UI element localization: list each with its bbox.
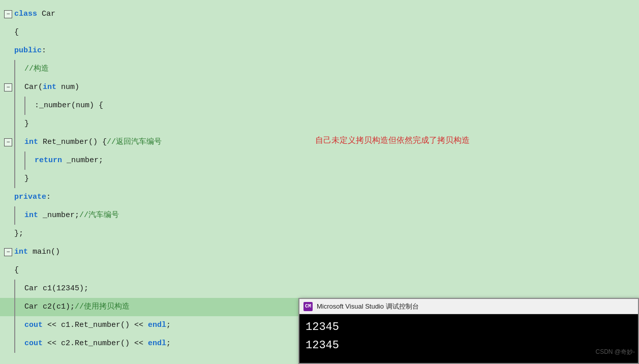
token-comment: //汽车编号 bbox=[79, 206, 119, 225]
code-line-7: } bbox=[0, 115, 639, 133]
code-line-12: int _number;//汽车编号 bbox=[0, 206, 639, 225]
token-kw-private: private bbox=[14, 188, 46, 206]
code-line-15: { bbox=[0, 261, 639, 280]
token-comment: //返回汽车编号 bbox=[107, 133, 162, 151]
indent-bar bbox=[14, 335, 22, 353]
indent-bar bbox=[14, 151, 22, 170]
token-text-dark: : bbox=[46, 188, 51, 206]
console-output-line-1: 12345 bbox=[306, 318, 632, 337]
token-text-dark: : bbox=[42, 42, 46, 60]
token-text-dark: num) bbox=[56, 78, 79, 97]
fold-button[interactable]: − bbox=[4, 138, 12, 146]
token-text-dark: Car( bbox=[24, 78, 43, 97]
indent-bar bbox=[14, 206, 22, 225]
watermark: CSDN @奇妙- bbox=[595, 343, 635, 361]
token-text-dark: { bbox=[14, 261, 19, 280]
token-kw-int: int bbox=[14, 243, 28, 261]
token-text-dark: ; bbox=[166, 335, 171, 353]
token-kw-public: public bbox=[14, 42, 42, 60]
indent-bar bbox=[14, 115, 22, 133]
token-kw-int: int bbox=[43, 78, 56, 97]
code-line-9: return _number; bbox=[0, 151, 639, 170]
code-line-16: Car c1(12345); bbox=[0, 280, 639, 298]
console-icon: CM bbox=[303, 302, 313, 311]
token-text-dark: } bbox=[24, 170, 29, 188]
code-line-13: }; bbox=[0, 225, 639, 243]
token-text-dark: Car bbox=[42, 5, 55, 23]
code-line-11: private: bbox=[0, 188, 639, 206]
indent-bar bbox=[14, 78, 22, 97]
code-line-2: { bbox=[0, 23, 639, 42]
token-kw-class: class bbox=[14, 5, 42, 23]
indent-bar bbox=[14, 133, 22, 151]
indent-bar bbox=[24, 97, 33, 115]
code-line-10: } bbox=[0, 170, 639, 188]
token-text-dark: } bbox=[24, 115, 29, 133]
indent-bar bbox=[14, 316, 22, 335]
token-kw-endl: endl bbox=[148, 316, 166, 335]
token-text-dark: Car c2(c1); bbox=[24, 298, 75, 316]
indent-bar bbox=[14, 280, 22, 298]
fold-button[interactable]: − bbox=[4, 10, 12, 18]
token-kw-int: int bbox=[24, 206, 38, 225]
token-text-dark: :_number(num) { bbox=[35, 97, 103, 115]
token-text-dark: << c2.Ret_number() << bbox=[43, 335, 148, 353]
annotation-text: 自己未定义拷贝构造但依然完成了拷贝构造 bbox=[315, 131, 470, 149]
console-output-line-2: 12345 bbox=[306, 337, 632, 355]
token-text-dark: }; bbox=[14, 225, 23, 243]
token-text-dark: { bbox=[14, 23, 19, 42]
token-text-dark: ; bbox=[166, 316, 171, 335]
token-text-dark: _number; bbox=[62, 151, 103, 170]
token-text-dark: main() bbox=[28, 243, 60, 261]
token-text-dark: Ret_number() { bbox=[38, 133, 107, 151]
code-line-6: :_number(num) { bbox=[0, 97, 639, 115]
token-kw-cout: cout bbox=[24, 335, 43, 353]
fold-button[interactable]: − bbox=[4, 83, 12, 92]
code-line-14: −int main() bbox=[0, 243, 639, 261]
token-kw-int: int bbox=[24, 133, 38, 151]
token-comment: //构造 bbox=[24, 60, 49, 78]
console-window: CM Microsoft Visual Studio 调试控制台 12345 1… bbox=[298, 298, 639, 364]
token-text-dark: _number; bbox=[38, 206, 79, 225]
token-comment: //使用拷贝构造 bbox=[75, 298, 130, 316]
console-titlebar: CM Microsoft Visual Studio 调试控制台 bbox=[299, 299, 638, 314]
token-text-dark: << c1.Ret_number() << bbox=[43, 316, 148, 335]
code-line-5: −Car(int num) bbox=[0, 78, 639, 97]
console-title: Microsoft Visual Studio 调试控制台 bbox=[317, 297, 419, 316]
indent-bar bbox=[14, 97, 22, 115]
code-editor: −class Car{public://构造−Car(int num):_num… bbox=[0, 0, 639, 364]
code-line-1: −class Car bbox=[0, 5, 639, 23]
console-body: 12345 12345 bbox=[299, 314, 638, 363]
indent-bar bbox=[14, 60, 22, 78]
code-line-3: public: bbox=[0, 42, 639, 60]
indent-bar bbox=[24, 151, 33, 170]
token-kw-endl: endl bbox=[148, 335, 166, 353]
indent-bar bbox=[14, 298, 22, 316]
token-kw-return: return bbox=[35, 151, 62, 170]
token-text-dark: Car c1(12345); bbox=[24, 280, 88, 298]
indent-bar bbox=[14, 170, 22, 188]
token-kw-cout: cout bbox=[24, 316, 43, 335]
code-line-4: //构造 bbox=[0, 60, 639, 78]
fold-button[interactable]: − bbox=[4, 248, 12, 256]
